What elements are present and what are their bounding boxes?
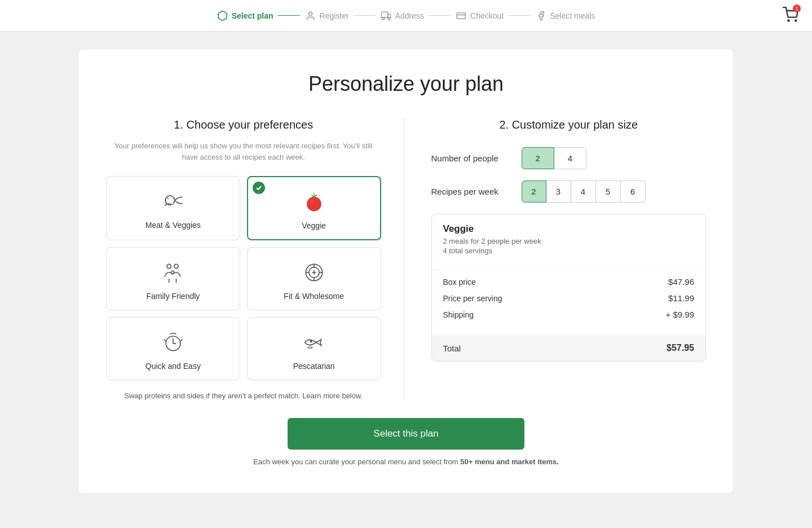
recipes-option-6[interactable]: 6 bbox=[621, 181, 646, 203]
summary-meals-desc: 2 meals for 2 people per week bbox=[443, 237, 695, 245]
summary-rows: Box price $47.96 Price per serving $11.9… bbox=[432, 277, 706, 335]
total-label: Total bbox=[443, 344, 461, 353]
svg-rect-4 bbox=[457, 12, 466, 19]
family-icon bbox=[160, 259, 187, 286]
price-per-serving-row: Price per serving $11.99 bbox=[443, 293, 695, 303]
swap-note: Swap proteins and sides if they aren't a… bbox=[106, 391, 381, 400]
nav-sep-1 bbox=[278, 15, 301, 16]
cta-note: Each week you can curate your personal m… bbox=[106, 457, 706, 466]
total-row: Total $57.95 bbox=[432, 335, 706, 361]
check-icon bbox=[253, 182, 265, 194]
summary-plan-name: Veggie bbox=[443, 223, 695, 235]
pref-meat-veggies-label: Meat & Veggies bbox=[145, 221, 201, 230]
recipes-row: Recipes per week 2 3 4 5 6 bbox=[431, 181, 707, 203]
pref-quick-label: Quick and Easy bbox=[145, 362, 201, 371]
pref-fit-wholesome[interactable]: Fit & Wholesome bbox=[247, 247, 381, 310]
box-price-label: Box price bbox=[443, 278, 476, 287]
recipes-option-2[interactable]: 2 bbox=[522, 181, 546, 203]
cta-area: Select this plan Each week you can curat… bbox=[106, 418, 706, 466]
people-label: Number of people bbox=[431, 153, 522, 163]
nav-step-select-meals[interactable]: Select meals bbox=[535, 10, 595, 21]
svg-point-9 bbox=[167, 197, 169, 200]
right-column: 2. Customize your plan size Number of pe… bbox=[404, 118, 707, 400]
cart-badge: 1 bbox=[793, 5, 801, 12]
svg-point-7 bbox=[795, 20, 796, 21]
user-icon bbox=[305, 10, 316, 21]
nav-sep-4 bbox=[508, 15, 531, 16]
nav-step-checkout[interactable]: Checkout bbox=[456, 10, 504, 21]
pref-family-friendly[interactable]: Family Friendly bbox=[106, 247, 240, 310]
nav-sep-3 bbox=[429, 15, 451, 16]
fit-icon bbox=[301, 259, 328, 286]
svg-point-10 bbox=[307, 197, 321, 212]
left-section-title: 1. Choose your preferences bbox=[106, 118, 381, 131]
people-selector: 2 4 bbox=[522, 147, 587, 169]
svg-point-24 bbox=[310, 341, 312, 342]
pref-meat-veggies[interactable]: Meat & Veggies bbox=[106, 176, 240, 240]
page-title: Personalize your plan bbox=[106, 72, 706, 96]
shipping-row: Shipping + $9.99 bbox=[443, 310, 695, 319]
recipes-option-3[interactable]: 3 bbox=[546, 181, 571, 203]
pref-fit-label: Fit & Wholesome bbox=[284, 292, 344, 301]
recipes-option-4[interactable]: 4 bbox=[571, 181, 596, 203]
veggie-icon bbox=[301, 188, 328, 215]
summary-header: Veggie 2 meals for 2 people per week 4 t… bbox=[432, 214, 706, 263]
right-section-title: 2. Customize your plan size bbox=[431, 118, 707, 131]
summary-servings-desc: 4 total servings bbox=[443, 247, 695, 255]
nav-step-address[interactable]: Address bbox=[381, 10, 424, 21]
nav-step-label: Checkout bbox=[470, 11, 504, 20]
summary-divider bbox=[432, 270, 706, 270]
price-per-serving-value: $11.99 bbox=[668, 293, 694, 303]
left-column: 1. Choose your preferences Your preferen… bbox=[106, 118, 404, 400]
preference-grid: Meat & Veggies bbox=[106, 176, 381, 380]
cta-note-bold: 50+ menu and market items. bbox=[460, 457, 559, 466]
cart-button[interactable]: 1 bbox=[783, 7, 798, 25]
pref-family-label: Family Friendly bbox=[146, 292, 200, 301]
fork-icon bbox=[535, 10, 546, 21]
pref-veggie-label: Veggie bbox=[302, 221, 326, 230]
pref-pescatarian-label: Pescatarian bbox=[293, 362, 335, 371]
truck-icon bbox=[381, 10, 392, 21]
svg-rect-1 bbox=[381, 12, 387, 17]
left-section-desc: Your preferences will help us show you t… bbox=[106, 140, 381, 162]
shipping-label: Shipping bbox=[443, 310, 474, 319]
pref-veggie[interactable]: Veggie bbox=[247, 176, 381, 240]
svg-point-12 bbox=[167, 264, 171, 268]
quick-icon bbox=[160, 329, 187, 356]
shipping-value: + $9.99 bbox=[666, 310, 694, 319]
total-value: $57.95 bbox=[667, 343, 694, 353]
svg-point-11 bbox=[310, 200, 314, 204]
card-icon bbox=[456, 10, 467, 21]
box-price-row: Box price $47.96 bbox=[443, 277, 695, 287]
cta-note-text: Each week you can curate your personal m… bbox=[253, 457, 460, 466]
svg-point-3 bbox=[388, 17, 390, 20]
svg-point-0 bbox=[309, 12, 312, 15]
pref-pescatarian[interactable]: Pescatarian bbox=[247, 317, 381, 380]
nav-sep-2 bbox=[354, 15, 376, 16]
people-option-2[interactable]: 2 bbox=[522, 147, 554, 169]
recipes-selector: 2 3 4 5 6 bbox=[522, 181, 646, 203]
nav-step-label: Register bbox=[320, 11, 349, 20]
two-col-layout: 1. Choose your preferences Your preferen… bbox=[106, 118, 706, 400]
recipes-option-5[interactable]: 5 bbox=[596, 181, 621, 203]
plan-card: Personalize your plan 1. Choose your pre… bbox=[79, 50, 733, 493]
recipes-label: Recipes per week bbox=[431, 187, 522, 196]
price-per-serving-label: Price per serving bbox=[443, 294, 502, 303]
fish-icon bbox=[301, 329, 328, 356]
svg-point-6 bbox=[788, 20, 789, 21]
meat-veggies-icon bbox=[160, 188, 187, 215]
nav-step-label: Select meals bbox=[550, 11, 595, 20]
svg-point-2 bbox=[382, 17, 385, 20]
main-content: Personalize your plan 1. Choose your pre… bbox=[0, 32, 812, 511]
nav-step-select-plan[interactable]: Select plan bbox=[217, 10, 273, 21]
people-option-4[interactable]: 4 bbox=[554, 147, 586, 169]
svg-point-13 bbox=[174, 264, 178, 268]
nav-step-register[interactable]: Register bbox=[305, 10, 349, 21]
nav-step-label: Select plan bbox=[232, 11, 273, 20]
select-plan-button[interactable]: Select this plan bbox=[288, 418, 524, 450]
people-row: Number of people 2 4 bbox=[431, 147, 707, 169]
pref-quick-easy[interactable]: Quick and Easy bbox=[106, 317, 240, 380]
box-price-value: $47.96 bbox=[668, 277, 694, 287]
navigation: Select plan Register bbox=[0, 0, 812, 32]
box-icon bbox=[217, 10, 228, 21]
